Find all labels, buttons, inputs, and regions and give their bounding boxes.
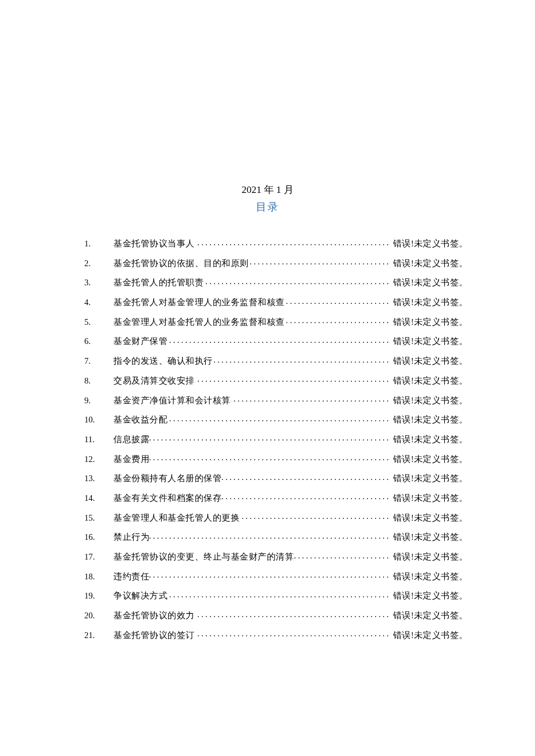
toc-item-title: 基金管理人和基金托管人的更换 [113, 514, 240, 522]
toc-item-page: 错误!未定义书签。 [391, 318, 468, 327]
toc-item-number: 17. [84, 553, 113, 561]
toc-item-number: 11. [84, 435, 113, 444]
toc-item: 12.基金费用错误!未定义书签。 [84, 454, 468, 464]
toc-item-title: 基金托管协议的签订 [113, 631, 195, 640]
toc-item-page: 错误!未定义书签。 [391, 474, 468, 483]
toc-item: 6.基金财产保管错误!未定义书签。 [84, 336, 468, 346]
toc-item: 4.基金托管人对基金管理人的业务监督和核查错误!未定义书签。 [84, 297, 468, 307]
toc-list: 1.基金托管协议当事人错误!未定义书签。2.基金托管协议的依据、目的和原则错误!… [67, 238, 468, 639]
toc-leader-dots [222, 473, 391, 481]
toc-item-number: 15. [84, 514, 113, 522]
toc-item-title: 交易及清算交收安排 [113, 377, 195, 385]
toc-item: 19.争议解决方式错误!未定义书签。 [84, 590, 468, 600]
toc-heading: 目录 [67, 200, 468, 214]
toc-item-title: 基金份额持有人名册的保管 [113, 474, 222, 483]
toc-item-number: 8. [84, 377, 113, 385]
toc-item-page: 错误!未定义书签。 [391, 357, 468, 366]
toc-leader-dots [249, 258, 391, 266]
toc-item-title: 基金托管协议的变更、终止与基金财产的清算 [113, 553, 294, 561]
toc-item-number: 2. [84, 259, 113, 268]
toc-item-number: 3. [84, 278, 113, 287]
toc-item: 3.基金托管人的托管职责错误!未定义书签。 [84, 277, 468, 287]
toc-leader-dots [149, 532, 391, 540]
toc-item-page: 错误!未定义书签。 [391, 239, 468, 248]
toc-item-title: 禁止行为 [113, 533, 149, 542]
toc-item-title: 基金费用 [113, 455, 149, 464]
toc-item-page: 错误!未定义书签。 [391, 494, 468, 503]
toc-item-title: 争议解决方式 [113, 592, 167, 600]
toc-item-title: 基金托管协议的效力 [113, 611, 195, 620]
toc-leader-dots [167, 590, 391, 599]
toc-item: 13.基金份额持有人名册的保管错误!未定义书签。 [84, 473, 468, 483]
toc-leader-dots [285, 317, 391, 325]
toc-item-number: 10. [84, 415, 113, 424]
toc-item-number: 16. [84, 533, 113, 542]
toc-leader-dots [195, 238, 391, 246]
toc-item: 5.基金管理人对基金托管人的业务监督和核查错误!未定义书签。 [84, 317, 468, 327]
toc-item-page: 错误!未定义书签。 [391, 631, 468, 640]
toc-leader-dots [285, 297, 391, 305]
toc-item: 16.禁止行为错误!未定义书签。 [84, 532, 468, 542]
toc-item: 11.信息披露错误!未定义书签。 [84, 434, 468, 444]
toc-item-number: 19. [84, 592, 113, 600]
toc-leader-dots [149, 454, 391, 462]
toc-item-page: 错误!未定义书签。 [391, 592, 468, 600]
toc-item-number: 4. [84, 298, 113, 307]
toc-item-title: 基金托管人对基金管理人的业务监督和核查 [113, 298, 285, 307]
toc-item: 8.交易及清算交收安排错误!未定义书签。 [84, 375, 468, 385]
document-date: 2021 年 1 月 [67, 183, 468, 196]
toc-item-number: 14. [84, 494, 113, 503]
document-page: 2021 年 1 月 目录 1.基金托管协议当事人错误!未定义书签。2.基金托管… [0, 0, 535, 639]
toc-item-page: 错误!未定义书签。 [391, 259, 468, 268]
toc-item-number: 6. [84, 337, 113, 346]
toc-item-number: 9. [84, 396, 113, 405]
toc-item-title: 违约责任 [113, 572, 149, 581]
toc-item-number: 5. [84, 318, 113, 327]
toc-item-number: 21. [84, 631, 113, 640]
toc-item-title: 基金管理人对基金托管人的业务监督和核查 [113, 318, 285, 327]
toc-item: 1.基金托管协议当事人错误!未定义书签。 [84, 238, 468, 248]
toc-leader-dots [149, 434, 391, 442]
toc-leader-dots [213, 356, 391, 364]
toc-leader-dots [204, 277, 391, 285]
toc-item: 20.基金托管协议的效力错误!未定义书签。 [84, 610, 468, 620]
toc-item-title: 基金财产保管 [113, 337, 167, 346]
toc-item-number: 1. [84, 239, 113, 248]
toc-item-number: 13. [84, 474, 113, 483]
toc-item-title: 基金有关文件和档案的保存 [113, 494, 222, 503]
toc-leader-dots [195, 610, 391, 618]
toc-leader-dots [231, 395, 391, 403]
toc-item-title: 基金收益分配 [113, 415, 167, 424]
toc-item-page: 错误!未定义书签。 [391, 533, 468, 542]
toc-item-title: 信息披露 [113, 435, 149, 444]
toc-leader-dots [149, 571, 391, 579]
toc-leader-dots [195, 630, 391, 638]
toc-item-number: 12. [84, 455, 113, 464]
toc-item: 2.基金托管协议的依据、目的和原则错误!未定义书签。 [84, 258, 468, 268]
toc-item-page: 错误!未定义书签。 [391, 611, 468, 620]
toc-item: 10.基金收益分配错误!未定义书签。 [84, 414, 468, 424]
toc-item: 14.基金有关文件和档案的保存错误!未定义书签。 [84, 493, 468, 503]
toc-leader-dots [195, 375, 391, 384]
toc-item-title: 基金托管协议当事人 [113, 239, 195, 248]
toc-leader-dots [240, 513, 391, 521]
toc-item-page: 错误!未定义书签。 [391, 278, 468, 287]
toc-item: 17.基金托管协议的变更、终止与基金财产的清算错误!未定义书签。 [84, 551, 468, 561]
toc-item: 9.基金资产净值计算和会计核算错误!未定义书签。 [84, 395, 468, 405]
toc-item: 7.指令的发送、确认和执行错误!未定义书签。 [84, 356, 468, 366]
toc-leader-dots [222, 493, 391, 501]
toc-item-page: 错误!未定义书签。 [391, 415, 468, 424]
toc-item: 21.基金托管协议的签订错误!未定义书签。 [84, 630, 468, 640]
toc-item-page: 错误!未定义书签。 [391, 396, 468, 405]
toc-item-number: 18. [84, 572, 113, 581]
toc-item-page: 错误!未定义书签。 [391, 553, 468, 561]
toc-item-page: 错误!未定义书签。 [391, 455, 468, 464]
toc-item-page: 错误!未定义书签。 [391, 572, 468, 581]
toc-leader-dots [167, 414, 391, 422]
toc-item-number: 7. [84, 357, 113, 366]
toc-item: 15.基金管理人和基金托管人的更换错误!未定义书签。 [84, 513, 468, 522]
toc-item-title: 基金资产净值计算和会计核算 [113, 396, 231, 405]
toc-item-title: 指令的发送、确认和执行 [113, 357, 213, 366]
toc-item-title: 基金托管人的托管职责 [113, 278, 204, 287]
toc-item-title: 基金托管协议的依据、目的和原则 [113, 259, 249, 268]
